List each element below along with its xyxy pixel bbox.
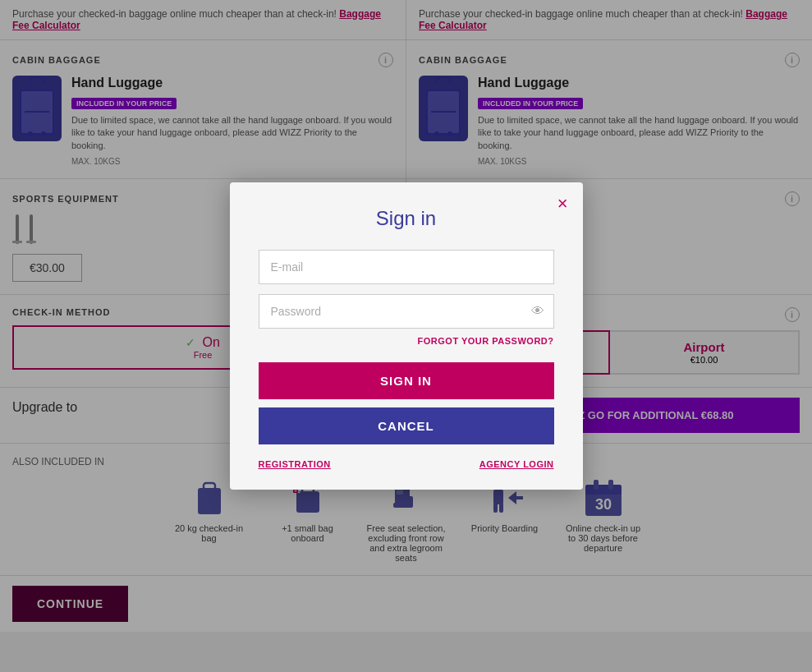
password-field[interactable] <box>259 294 554 329</box>
sign-in-modal: × Sign in 👁 FORGOT YOUR PASSWORD? SIGN I… <box>230 182 583 490</box>
show-password-icon[interactable]: 👁 <box>531 304 544 319</box>
email-field[interactable] <box>259 250 554 284</box>
modal-bottom-links: REGISTRATION AGENCY LOGIN <box>259 459 554 469</box>
modal-close-button[interactable]: × <box>557 195 568 213</box>
agency-login-link[interactable]: AGENCY LOGIN <box>479 459 554 469</box>
forgot-password-link[interactable]: FORGOT YOUR PASSWORD? <box>418 336 554 346</box>
cancel-button[interactable]: CANCEL <box>259 407 554 444</box>
registration-link[interactable]: REGISTRATION <box>259 459 331 469</box>
forgot-password-link-wrapper: FORGOT YOUR PASSWORD? <box>259 333 554 348</box>
modal-overlay: × Sign in 👁 FORGOT YOUR PASSWORD? SIGN I… <box>0 0 812 672</box>
sign-in-button[interactable]: SIGN IN <box>259 362 554 399</box>
password-wrapper: 👁 <box>259 294 554 329</box>
modal-title: Sign in <box>259 207 554 230</box>
